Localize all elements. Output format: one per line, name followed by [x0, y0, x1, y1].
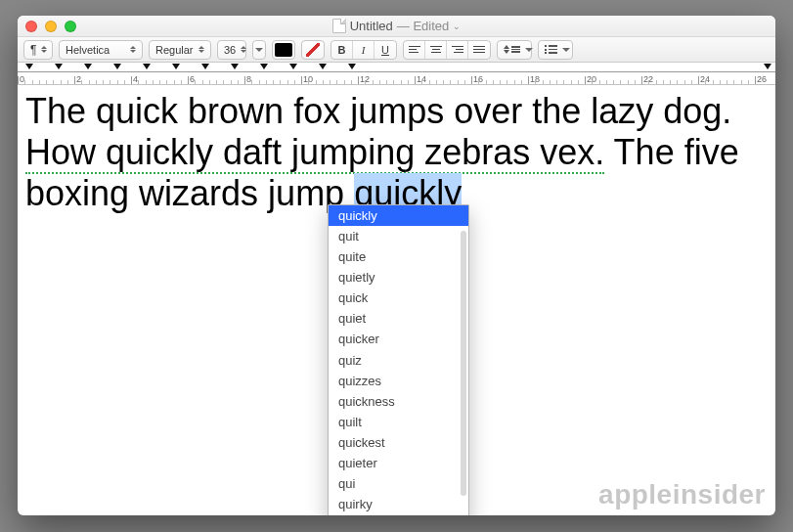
font-family-select[interactable]: Helvetica	[59, 40, 143, 60]
tab-stop[interactable]	[25, 64, 33, 69]
scrollbar[interactable]	[461, 231, 466, 496]
list-style-select[interactable]	[538, 40, 573, 60]
chevron-down-icon	[562, 48, 570, 52]
chevron-updown-icon	[41, 46, 47, 53]
autocomplete-item[interactable]: quickly	[329, 205, 468, 226]
right-margin-marker[interactable]	[764, 64, 771, 69]
title-chevron-down-icon: ⌄	[453, 22, 461, 31]
align-justify-icon	[473, 46, 485, 54]
autocomplete-item[interactable]: quietly	[329, 267, 468, 288]
align-right-button[interactable]	[447, 41, 468, 59]
tab-stop[interactable]	[319, 64, 327, 69]
line-spacing-icon	[504, 45, 520, 54]
window-controls	[25, 21, 76, 32]
autocomplete-item[interactable]: quick	[329, 288, 468, 308]
bullet-list-icon	[545, 45, 557, 54]
ruler-label: 2	[76, 74, 81, 84]
chevron-updown-icon	[241, 46, 246, 53]
text-style-group: B I U	[330, 40, 397, 60]
ruler-label: 26	[757, 74, 767, 84]
font-weight-label: Regular	[155, 44, 194, 56]
tab-stop[interactable]	[348, 64, 356, 69]
align-center-button[interactable]	[425, 41, 447, 59]
font-size-label: 36	[224, 44, 236, 56]
alignment-group	[403, 40, 491, 60]
autocomplete-item[interactable]: quite	[329, 246, 468, 267]
autocomplete-item[interactable]: quickness	[329, 391, 468, 412]
tab-stop[interactable]	[289, 64, 297, 69]
paragraph-icon: ¶	[30, 43, 36, 57]
autocomplete-item[interactable]: quit	[329, 226, 468, 246]
align-center-icon	[430, 46, 442, 54]
ruler-label: 0	[20, 74, 24, 84]
align-justify-button[interactable]	[468, 41, 490, 59]
italic-button[interactable]: I	[353, 41, 374, 59]
highlight-color-button[interactable]	[301, 40, 325, 60]
autocomplete-popup[interactable]: quicklyquitquitequietlyquickquietquicker…	[328, 204, 469, 515]
ruler-label: 8	[246, 74, 251, 84]
grammar-underline: How quickly daft jumping zebras vex.	[25, 132, 604, 174]
font-size-stepper[interactable]	[252, 40, 266, 60]
tab-stop[interactable]	[113, 64, 121, 69]
autocomplete-item[interactable]: quirky	[329, 494, 468, 514]
align-left-button[interactable]	[404, 41, 425, 59]
line-spacing-select[interactable]	[497, 40, 532, 60]
tab-stop[interactable]	[55, 64, 63, 69]
ruler-label: 6	[190, 74, 195, 84]
tab-stop[interactable]	[201, 64, 209, 69]
font-size-select[interactable]: 36	[217, 40, 246, 60]
close-button[interactable]	[25, 21, 37, 32]
toolbar: ¶ Helvetica Regular 36 B I U	[18, 37, 775, 63]
tab-stop[interactable]	[84, 64, 92, 69]
line-2: How quickly daft jumping zebras vex. The…	[25, 132, 768, 173]
tab-stop[interactable]	[231, 64, 239, 69]
titlebar: Untitled — Edited ⌄	[18, 16, 775, 37]
autocomplete-item[interactable]: quitting	[329, 514, 468, 515]
autocomplete-item[interactable]: quieter	[329, 453, 468, 473]
font-family-label: Helvetica	[66, 44, 110, 56]
autocomplete-item[interactable]: quiz	[329, 350, 468, 371]
align-left-icon	[409, 46, 420, 54]
chevron-down-icon	[255, 48, 263, 52]
chevron-down-icon	[525, 48, 533, 52]
title-text: Untitled	[350, 19, 393, 33]
window-title[interactable]: Untitled — Edited ⌄	[18, 19, 775, 33]
swatch-black-icon	[275, 43, 292, 57]
text-color-button[interactable]	[272, 40, 295, 60]
line-1: The quick brown fox jumps over the lazy …	[25, 91, 768, 132]
align-right-icon	[452, 46, 463, 54]
font-weight-select[interactable]: Regular	[149, 40, 211, 60]
title-status: — Edited	[397, 19, 449, 33]
tab-stop[interactable]	[172, 64, 180, 69]
autocomplete-item[interactable]: quiet	[329, 308, 468, 329]
chevron-updown-icon	[130, 46, 136, 53]
autocomplete-item[interactable]: quicker	[329, 329, 468, 349]
swatch-none-icon	[306, 43, 320, 57]
ruler-label: 4	[133, 74, 138, 84]
document-icon	[332, 19, 346, 33]
ruler[interactable]: 02468101214161820222426	[18, 63, 775, 85]
autocomplete-item[interactable]: qui	[329, 473, 468, 494]
bold-button[interactable]: B	[331, 41, 353, 59]
autocomplete-item[interactable]: quickest	[329, 432, 468, 453]
autocomplete-item[interactable]: quilt	[329, 412, 468, 432]
autocomplete-item[interactable]: quizzes	[329, 371, 468, 391]
tab-stop[interactable]	[260, 64, 268, 69]
window: Untitled — Edited ⌄ ¶ Helvetica Regular …	[18, 16, 775, 515]
chevron-updown-icon	[198, 46, 204, 53]
paragraph-style-select[interactable]: ¶	[23, 40, 53, 60]
zoom-button[interactable]	[65, 21, 76, 32]
tab-stop[interactable]	[143, 64, 151, 69]
underline-button[interactable]: U	[374, 41, 396, 59]
text-editor[interactable]: The quick brown fox jumps over the lazy …	[18, 85, 775, 515]
minimize-button[interactable]	[45, 21, 57, 32]
